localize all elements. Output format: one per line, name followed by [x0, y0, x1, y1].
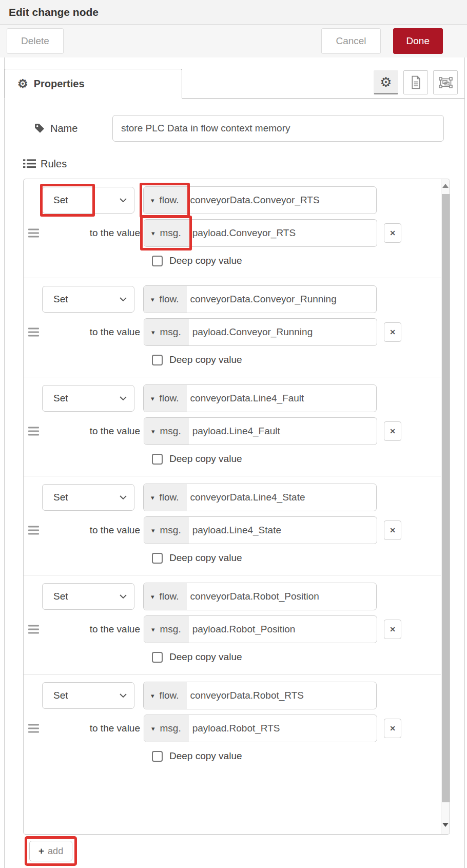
appearance-button[interactable]: [433, 70, 458, 94]
caret-down-icon: ▾: [151, 692, 154, 699]
dialog-title: Edit change node: [9, 6, 99, 18]
property-type-label: flow.: [160, 591, 179, 602]
deep-copy-checkbox[interactable]: [152, 652, 163, 663]
to-the-value-label: to the value: [24, 326, 140, 338]
value-type-label: msg.: [160, 525, 181, 536]
properties-content: Name Rules Set: [5, 115, 464, 861]
rule-action-select[interactable]: Set: [42, 385, 134, 412]
rule-action-select[interactable]: Set: [42, 286, 134, 313]
triangle-up-icon: [442, 184, 449, 188]
add-rule-button[interactable]: + add: [29, 841, 72, 861]
property-input[interactable]: [187, 583, 376, 610]
rule-action-select[interactable]: Set: [42, 187, 134, 214]
value-input[interactable]: [189, 715, 377, 742]
value-input[interactable]: [189, 418, 377, 445]
cancel-button[interactable]: Cancel: [321, 28, 380, 54]
tab-properties[interactable]: ⚙ Properties: [4, 69, 182, 99]
deep-copy-checkbox[interactable]: [152, 355, 163, 365]
delete-rule-button[interactable]: ✕: [384, 520, 401, 540]
object-group-icon: [439, 76, 453, 89]
deep-copy-checkbox[interactable]: [152, 454, 163, 465]
value-type-label: msg.: [160, 624, 181, 635]
to-the-value-label: to the value: [24, 525, 140, 536]
property-type-button[interactable]: ▾ flow.: [144, 583, 187, 610]
to-the-value-label: to the value: [24, 227, 140, 239]
dialog-body: ⚙ Properties ⚙: [4, 57, 465, 868]
document-icon: [410, 75, 422, 89]
drag-handle[interactable]: [28, 526, 39, 535]
value-input[interactable]: [189, 319, 377, 345]
rule-value-row: to the value ▾ msg. ✕: [24, 615, 441, 643]
change-rule: Set ▾ flow. to the value ▾: [24, 575, 441, 674]
value-type-button[interactable]: ▾ msg.: [144, 616, 189, 643]
deep-copy-row: Deep copy value: [24, 550, 441, 566]
delete-rule-button[interactable]: ✕: [384, 719, 401, 738]
property-type-label: flow.: [160, 393, 179, 404]
deep-copy-checkbox[interactable]: [152, 256, 163, 266]
value-type-label: msg.: [160, 326, 181, 338]
deep-copy-checkbox[interactable]: [152, 553, 163, 564]
drag-handle[interactable]: [28, 625, 39, 634]
deep-copy-row: Deep copy value: [24, 253, 441, 268]
value-input[interactable]: [189, 517, 377, 544]
delete-rule-button[interactable]: ✕: [384, 620, 401, 639]
rules-scrollbar[interactable]: [441, 179, 450, 834]
rule-action-value: Set: [53, 690, 120, 701]
rule-action-select[interactable]: Set: [42, 583, 134, 610]
property-input[interactable]: [187, 385, 376, 412]
drag-handle[interactable]: [28, 427, 39, 436]
property-input[interactable]: [187, 187, 376, 214]
drag-handle[interactable]: [28, 328, 39, 337]
scrollbar-up-arrow[interactable]: [441, 184, 450, 188]
value-type-button[interactable]: ▾ msg.: [144, 517, 189, 544]
rule-value-row: to the value ▾ msg. ✕: [24, 715, 441, 742]
scrollbar-down-arrow[interactable]: [441, 823, 450, 827]
caret-down-icon: ▾: [151, 197, 154, 204]
name-input[interactable]: [112, 115, 444, 142]
rule-action-row: Set ▾ flow.: [24, 682, 441, 709]
value-input[interactable]: [189, 220, 377, 246]
rules-label: Rules: [41, 158, 67, 170]
property-type-button[interactable]: ▾ flow.: [144, 682, 187, 709]
properties-gear-button[interactable]: ⚙: [374, 70, 398, 94]
name-field-label: Name: [19, 123, 112, 134]
description-button[interactable]: [403, 70, 428, 94]
delete-rule-button[interactable]: ✕: [384, 421, 401, 441]
drag-handle[interactable]: [28, 724, 39, 733]
property-typed-input: ▾ flow.: [143, 186, 377, 214]
rule-action-value: Set: [53, 294, 120, 305]
property-type-button[interactable]: ▾ flow.: [144, 484, 187, 511]
rule-action-row: Set ▾ flow.: [24, 285, 441, 313]
chevron-down-icon: [120, 396, 127, 400]
value-typed-input: ▾ msg.: [144, 318, 377, 346]
scrollbar-thumb[interactable]: [442, 194, 450, 802]
rule-action-select[interactable]: Set: [42, 682, 134, 709]
delete-rule-button[interactable]: ✕: [384, 322, 401, 342]
property-type-button[interactable]: ▾ flow.: [144, 385, 187, 412]
value-type-button[interactable]: ▾ msg.: [144, 220, 189, 246]
delete-button[interactable]: Delete: [7, 28, 64, 54]
value-input[interactable]: [189, 616, 377, 643]
rule-action-select[interactable]: Set: [42, 484, 134, 511]
delete-rule-button[interactable]: ✕: [384, 223, 401, 243]
property-input[interactable]: [187, 286, 376, 313]
change-rule: Set ▾ flow. to the value ▾: [24, 377, 441, 476]
value-type-button[interactable]: ▾ msg.: [144, 418, 189, 445]
value-typed-input: ▾ msg.: [144, 417, 377, 445]
property-type-button[interactable]: ▾ flow.: [144, 286, 187, 313]
property-type-button[interactable]: ▾ flow.: [144, 187, 187, 214]
value-type-button[interactable]: ▾ msg.: [144, 319, 189, 345]
deep-copy-row: Deep copy value: [24, 352, 441, 368]
value-type-button[interactable]: ▾ msg.: [144, 715, 189, 742]
value-type-label: msg.: [160, 723, 181, 734]
drag-handle[interactable]: [28, 229, 39, 238]
deep-copy-checkbox[interactable]: [152, 751, 163, 762]
caret-down-icon: ▾: [151, 428, 155, 435]
done-button[interactable]: Done: [393, 28, 443, 54]
property-input[interactable]: [187, 484, 376, 511]
rule-action-value: Set: [53, 393, 120, 404]
add-rule-row: + add: [19, 841, 450, 861]
rule-action-row: Set ▾ flow.: [24, 583, 441, 610]
property-input[interactable]: [187, 682, 376, 709]
change-rule: Set ▾ flow. to the value ▾: [24, 278, 441, 377]
